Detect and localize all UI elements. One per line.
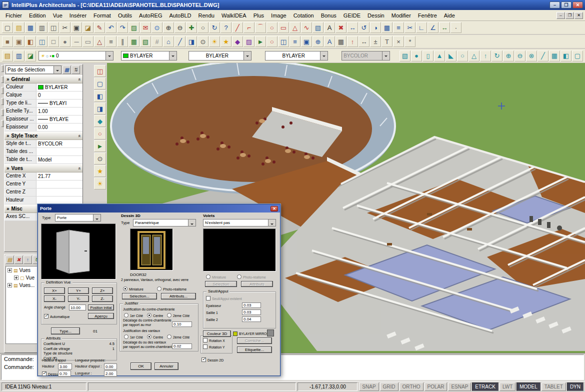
cancel-button[interactable]: Annuler [154, 362, 178, 370]
ok-button[interactable]: OK [130, 362, 152, 370]
torus-icon[interactable]: ○ [457, 50, 468, 62]
table-icon[interactable]: ▦ [336, 36, 346, 47]
walkthrough-icon[interactable]: ► [255, 36, 266, 47]
collapse-chevron-icon[interactable]: « [76, 134, 82, 137]
property-value[interactable] [36, 188, 82, 196]
extrude-icon[interactable]: ↑ [480, 50, 491, 62]
sphere-icon[interactable]: ● [411, 50, 422, 62]
status-toggle[interactable]: GRID [380, 382, 398, 391]
menu-item[interactable]: Outils [114, 11, 136, 20]
door-type-combo[interactable]: Porte [55, 214, 101, 222]
initial-position-button[interactable]: Position initial [88, 304, 114, 310]
menu-item[interactable]: Plus [250, 11, 268, 20]
property-value[interactable]: 0 [36, 92, 82, 99]
print-preview-icon[interactable]: ◫ [48, 22, 59, 33]
checkbox-icon[interactable] [202, 358, 206, 362]
property-value[interactable]: BYLAYE [36, 116, 82, 123]
door-icon[interactable]: ◧ [25, 36, 36, 47]
circle-icon[interactable]: ○ [266, 22, 278, 33]
box-3d-icon[interactable]: ▧ [400, 50, 410, 62]
purge-icon[interactable]: × [393, 36, 404, 47]
view-z-minus-button[interactable]: Z- [92, 296, 113, 302]
roof-icon[interactable]: △ [94, 36, 105, 47]
miniature-radio[interactable]: Miniature [123, 286, 144, 291]
tree-new-icon[interactable]: ▤ [6, 256, 14, 264]
radio-icon[interactable] [147, 334, 152, 339]
collapse-chevron-icon[interactable]: « [76, 78, 82, 80]
sill-thickness-field[interactable]: 0.03 [242, 302, 261, 308]
color-3d-swatch[interactable] [233, 332, 238, 336]
drawing-2d-checkbox[interactable]: Dessin 2D [202, 358, 224, 362]
property-value[interactable]: BYLAYER [36, 84, 82, 91]
shutters-preview[interactable] [203, 228, 276, 272]
frame-offset-field[interactable]: 0.10 [172, 322, 192, 327]
trim-icon[interactable]: ✂ [404, 22, 416, 33]
help-icon[interactable]: ? [220, 22, 232, 33]
dessus-checkbox[interactable]: Dessus [42, 372, 60, 376]
dialog-close-icon[interactable]: ✕ [270, 206, 278, 212]
extra-color-swatch[interactable] [267, 330, 274, 336]
radio-icon[interactable] [157, 286, 162, 291]
menu-item[interactable]: Aide [440, 11, 458, 20]
attributes-button[interactable]: Attributs... [161, 293, 196, 300]
mdi-close-button[interactable]: ✕ [574, 12, 583, 19]
polygon-icon[interactable]: △ [290, 22, 300, 33]
block-icon[interactable]: ▣ [301, 36, 312, 47]
checkbox-icon[interactable] [203, 344, 208, 349]
open-file-icon[interactable]: ▤ [14, 22, 24, 33]
selection-filter-arrow[interactable] [54, 66, 61, 74]
photorealism-radio[interactable]: Photo-réalisme [157, 286, 186, 291]
status-toggle[interactable]: ETRACK [472, 382, 498, 391]
layers-manager-icon[interactable]: ▤ [2, 50, 13, 62]
camera-icon[interactable]: ⊙ [198, 36, 208, 47]
rotate-icon[interactable]: ↺ [358, 22, 370, 33]
railing-icon[interactable]: ∥ [117, 36, 128, 47]
options-icon[interactable]: * [404, 36, 416, 47]
length-field[interactable]: 2.00 [104, 370, 117, 376]
print-icon[interactable]: ▥ [36, 22, 48, 33]
column-icon[interactable]: ● [60, 36, 70, 47]
selection-button[interactable]: Sélection... [122, 293, 157, 300]
tree-expander-icon[interactable] [14, 276, 18, 280]
property-value[interactable]: 1.00 [36, 108, 82, 115]
make-layer-current-icon[interactable]: ◪ [25, 50, 36, 62]
properties-section-header-views[interactable]: » Vues « [4, 164, 82, 172]
radio-icon[interactable] [124, 334, 128, 339]
status-toggle[interactable]: SNAP [359, 382, 378, 391]
cut-icon[interactable]: ✂ [60, 22, 70, 33]
drawing-3d-type-combo[interactable]: Paramétrique [133, 219, 196, 226]
property-value[interactable] [36, 148, 82, 156]
status-toggle[interactable]: DYN [567, 382, 584, 391]
checkbox-icon[interactable] [42, 372, 46, 376]
scale-icon[interactable]: ± [370, 36, 381, 47]
combo-arrow[interactable] [93, 214, 100, 221]
insert-image-icon[interactable]: ▨ [128, 22, 140, 33]
zone-icon[interactable]: ▧ [140, 36, 151, 47]
hatch-icon[interactable]: ▧ [312, 22, 324, 33]
preview-button[interactable]: Aperçu [88, 313, 114, 319]
sun-view-icon[interactable]: ☀ [94, 178, 106, 190]
dialog-title-bar[interactable]: Porte ✕ [38, 204, 280, 212]
frame-side2-radio[interactable]: 2ème Côté [167, 313, 190, 318]
zoom-extents-icon[interactable]: ○ [198, 22, 208, 33]
color-3d-button[interactable]: Couleur 3D [203, 330, 231, 337]
angle-field[interactable]: 10.00 [69, 304, 86, 310]
type-button[interactable]: Type... [51, 328, 80, 334]
checkbox-icon[interactable] [203, 338, 208, 342]
status-toggle[interactable]: POLAR [424, 382, 448, 391]
light-icon[interactable]: ☀ [209, 36, 220, 47]
menu-item[interactable]: Rendu [195, 11, 218, 20]
rectangle-icon[interactable]: ▭ [278, 22, 289, 33]
orbit-view-icon[interactable]: ○ [94, 128, 106, 140]
rotation-y-checkbox[interactable]: Rotation Y [203, 344, 225, 349]
texture-icon[interactable]: ▨ [244, 36, 254, 47]
menu-item[interactable]: Fichier [2, 11, 26, 20]
menu-item[interactable]: Cotation [290, 11, 318, 20]
wireframe-icon[interactable]: ▢ [572, 50, 583, 62]
dessus-field[interactable]: 0.70 [58, 370, 71, 376]
layer-combo-arrow[interactable] [106, 52, 113, 60]
quick-select-icon[interactable]: ▦ [62, 66, 71, 74]
union-icon[interactable]: ⊕ [503, 50, 514, 62]
mdi-minimize-button[interactable]: – [556, 12, 565, 19]
slab-icon[interactable]: ▭ [82, 36, 94, 47]
